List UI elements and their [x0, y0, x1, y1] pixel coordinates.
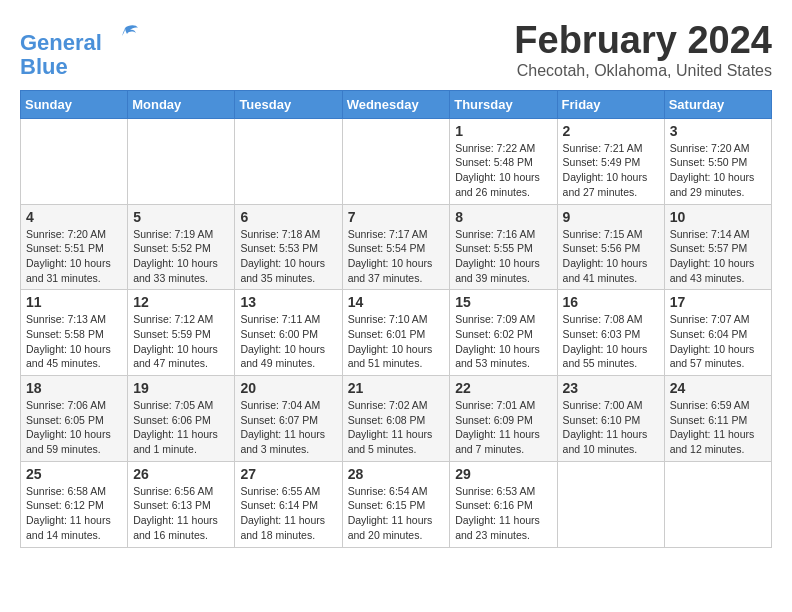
logo: General Blue — [20, 20, 140, 79]
calendar-cell: 27Sunrise: 6:55 AM Sunset: 6:14 PM Dayli… — [235, 461, 342, 547]
day-number: 11 — [26, 294, 122, 310]
day-info: Sunrise: 7:10 AM Sunset: 6:01 PM Dayligh… — [348, 312, 445, 371]
calendar-cell: 3Sunrise: 7:20 AM Sunset: 5:50 PM Daylig… — [664, 118, 771, 204]
calendar-header-wednesday: Wednesday — [342, 90, 450, 118]
calendar-cell: 13Sunrise: 7:11 AM Sunset: 6:00 PM Dayli… — [235, 290, 342, 376]
day-number: 18 — [26, 380, 122, 396]
calendar-header-sunday: Sunday — [21, 90, 128, 118]
day-number: 6 — [240, 209, 336, 225]
calendar-header-tuesday: Tuesday — [235, 90, 342, 118]
calendar-cell — [557, 461, 664, 547]
calendar-cell: 2Sunrise: 7:21 AM Sunset: 5:49 PM Daylig… — [557, 118, 664, 204]
day-info: Sunrise: 7:20 AM Sunset: 5:50 PM Dayligh… — [670, 141, 766, 200]
calendar-cell: 18Sunrise: 7:06 AM Sunset: 6:05 PM Dayli… — [21, 376, 128, 462]
day-number: 9 — [563, 209, 659, 225]
calendar-cell — [21, 118, 128, 204]
location-subtitle: Checotah, Oklahoma, United States — [514, 62, 772, 80]
calendar-cell: 10Sunrise: 7:14 AM Sunset: 5:57 PM Dayli… — [664, 204, 771, 290]
calendar-cell: 15Sunrise: 7:09 AM Sunset: 6:02 PM Dayli… — [450, 290, 557, 376]
day-number: 23 — [563, 380, 659, 396]
day-number: 22 — [455, 380, 551, 396]
day-info: Sunrise: 7:22 AM Sunset: 5:48 PM Dayligh… — [455, 141, 551, 200]
calendar-cell: 21Sunrise: 7:02 AM Sunset: 6:08 PM Dayli… — [342, 376, 450, 462]
day-number: 21 — [348, 380, 445, 396]
day-info: Sunrise: 7:18 AM Sunset: 5:53 PM Dayligh… — [240, 227, 336, 286]
calendar-cell: 20Sunrise: 7:04 AM Sunset: 6:07 PM Dayli… — [235, 376, 342, 462]
logo-blue: Blue — [20, 54, 68, 79]
day-info: Sunrise: 7:11 AM Sunset: 6:00 PM Dayligh… — [240, 312, 336, 371]
day-number: 28 — [348, 466, 445, 482]
calendar-cell: 26Sunrise: 6:56 AM Sunset: 6:13 PM Dayli… — [128, 461, 235, 547]
day-info: Sunrise: 7:16 AM Sunset: 5:55 PM Dayligh… — [455, 227, 551, 286]
day-number: 20 — [240, 380, 336, 396]
calendar-cell: 19Sunrise: 7:05 AM Sunset: 6:06 PM Dayli… — [128, 376, 235, 462]
day-number: 13 — [240, 294, 336, 310]
calendar-cell: 17Sunrise: 7:07 AM Sunset: 6:04 PM Dayli… — [664, 290, 771, 376]
calendar-week-5: 25Sunrise: 6:58 AM Sunset: 6:12 PM Dayli… — [21, 461, 772, 547]
day-info: Sunrise: 7:20 AM Sunset: 5:51 PM Dayligh… — [26, 227, 122, 286]
day-number: 5 — [133, 209, 229, 225]
day-number: 14 — [348, 294, 445, 310]
calendar-cell: 29Sunrise: 6:53 AM Sunset: 6:16 PM Dayli… — [450, 461, 557, 547]
calendar-cell: 14Sunrise: 7:10 AM Sunset: 6:01 PM Dayli… — [342, 290, 450, 376]
day-number: 1 — [455, 123, 551, 139]
day-info: Sunrise: 7:15 AM Sunset: 5:56 PM Dayligh… — [563, 227, 659, 286]
logo-bird-icon — [110, 20, 140, 50]
day-number: 4 — [26, 209, 122, 225]
calendar-cell — [664, 461, 771, 547]
day-info: Sunrise: 7:12 AM Sunset: 5:59 PM Dayligh… — [133, 312, 229, 371]
day-number: 29 — [455, 466, 551, 482]
day-number: 19 — [133, 380, 229, 396]
title-area: February 2024 Checotah, Oklahoma, United… — [514, 20, 772, 80]
day-info: Sunrise: 7:13 AM Sunset: 5:58 PM Dayligh… — [26, 312, 122, 371]
day-info: Sunrise: 6:58 AM Sunset: 6:12 PM Dayligh… — [26, 484, 122, 543]
calendar-week-3: 11Sunrise: 7:13 AM Sunset: 5:58 PM Dayli… — [21, 290, 772, 376]
calendar-cell: 11Sunrise: 7:13 AM Sunset: 5:58 PM Dayli… — [21, 290, 128, 376]
day-number: 2 — [563, 123, 659, 139]
calendar-cell: 23Sunrise: 7:00 AM Sunset: 6:10 PM Dayli… — [557, 376, 664, 462]
day-info: Sunrise: 7:09 AM Sunset: 6:02 PM Dayligh… — [455, 312, 551, 371]
day-info: Sunrise: 6:55 AM Sunset: 6:14 PM Dayligh… — [240, 484, 336, 543]
page-header: General Blue February 2024 Checotah, Okl… — [20, 20, 772, 80]
day-number: 10 — [670, 209, 766, 225]
calendar-week-2: 4Sunrise: 7:20 AM Sunset: 5:51 PM Daylig… — [21, 204, 772, 290]
day-info: Sunrise: 7:21 AM Sunset: 5:49 PM Dayligh… — [563, 141, 659, 200]
month-title: February 2024 — [514, 20, 772, 62]
calendar-header-row: SundayMondayTuesdayWednesdayThursdayFrid… — [21, 90, 772, 118]
calendar-week-4: 18Sunrise: 7:06 AM Sunset: 6:05 PM Dayli… — [21, 376, 772, 462]
calendar-header-friday: Friday — [557, 90, 664, 118]
day-info: Sunrise: 7:17 AM Sunset: 5:54 PM Dayligh… — [348, 227, 445, 286]
calendar-table: SundayMondayTuesdayWednesdayThursdayFrid… — [20, 90, 772, 548]
day-info: Sunrise: 6:59 AM Sunset: 6:11 PM Dayligh… — [670, 398, 766, 457]
calendar-cell — [128, 118, 235, 204]
day-info: Sunrise: 6:56 AM Sunset: 6:13 PM Dayligh… — [133, 484, 229, 543]
calendar-cell: 1Sunrise: 7:22 AM Sunset: 5:48 PM Daylig… — [450, 118, 557, 204]
calendar-cell: 7Sunrise: 7:17 AM Sunset: 5:54 PM Daylig… — [342, 204, 450, 290]
day-info: Sunrise: 7:06 AM Sunset: 6:05 PM Dayligh… — [26, 398, 122, 457]
day-number: 8 — [455, 209, 551, 225]
day-info: Sunrise: 7:19 AM Sunset: 5:52 PM Dayligh… — [133, 227, 229, 286]
calendar-week-1: 1Sunrise: 7:22 AM Sunset: 5:48 PM Daylig… — [21, 118, 772, 204]
day-number: 3 — [670, 123, 766, 139]
calendar-cell: 28Sunrise: 6:54 AM Sunset: 6:15 PM Dayli… — [342, 461, 450, 547]
day-number: 16 — [563, 294, 659, 310]
calendar-cell: 25Sunrise: 6:58 AM Sunset: 6:12 PM Dayli… — [21, 461, 128, 547]
day-number: 24 — [670, 380, 766, 396]
calendar-cell: 5Sunrise: 7:19 AM Sunset: 5:52 PM Daylig… — [128, 204, 235, 290]
calendar-cell: 6Sunrise: 7:18 AM Sunset: 5:53 PM Daylig… — [235, 204, 342, 290]
calendar-cell — [235, 118, 342, 204]
day-info: Sunrise: 7:02 AM Sunset: 6:08 PM Dayligh… — [348, 398, 445, 457]
calendar-cell — [342, 118, 450, 204]
calendar-cell: 12Sunrise: 7:12 AM Sunset: 5:59 PM Dayli… — [128, 290, 235, 376]
day-info: Sunrise: 6:53 AM Sunset: 6:16 PM Dayligh… — [455, 484, 551, 543]
day-info: Sunrise: 7:07 AM Sunset: 6:04 PM Dayligh… — [670, 312, 766, 371]
calendar-header-thursday: Thursday — [450, 90, 557, 118]
day-number: 12 — [133, 294, 229, 310]
calendar-header-saturday: Saturday — [664, 90, 771, 118]
day-info: Sunrise: 7:00 AM Sunset: 6:10 PM Dayligh… — [563, 398, 659, 457]
calendar-cell: 22Sunrise: 7:01 AM Sunset: 6:09 PM Dayli… — [450, 376, 557, 462]
day-number: 17 — [670, 294, 766, 310]
calendar-cell: 8Sunrise: 7:16 AM Sunset: 5:55 PM Daylig… — [450, 204, 557, 290]
calendar-cell: 24Sunrise: 6:59 AM Sunset: 6:11 PM Dayli… — [664, 376, 771, 462]
logo-general: General — [20, 30, 102, 55]
